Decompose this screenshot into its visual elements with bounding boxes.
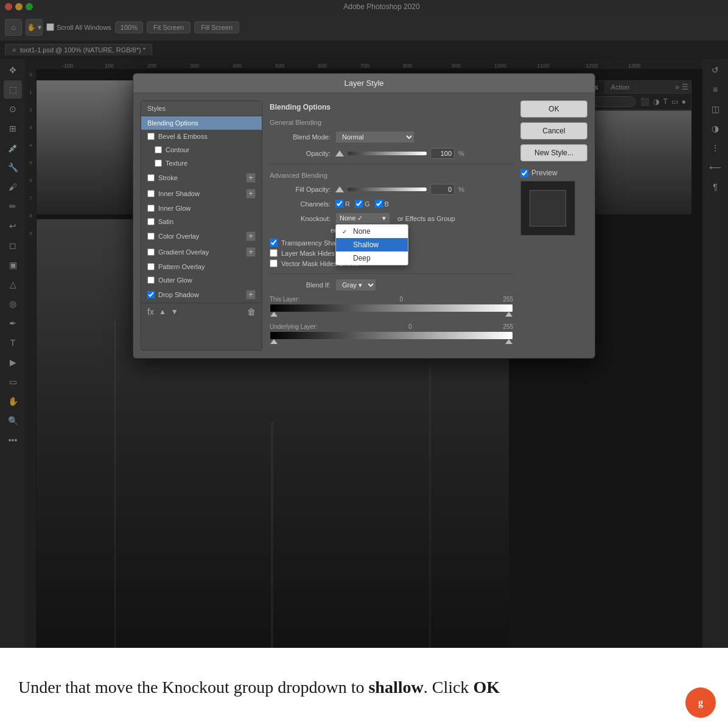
stroke-checkbox[interactable] xyxy=(147,174,155,181)
instruction-part1: Under that move the Knockout group dropd… xyxy=(18,678,368,697)
style-bevel-emboss-label: Bevel & Emboss xyxy=(158,133,256,140)
knockout-dropdown[interactable]: None ✓ ▾ ✓ None xyxy=(335,212,390,224)
style-item-blending-options[interactable]: Blending Options xyxy=(141,116,262,130)
style-item-inner-shadow[interactable]: Inner Shadow + xyxy=(141,186,262,202)
style-item-pattern-overlay[interactable]: Pattern Overlay xyxy=(141,260,262,273)
blend-if-select[interactable]: Gray ▾ xyxy=(335,279,376,291)
delete-style-icon[interactable]: 🗑 xyxy=(247,307,256,317)
style-item-gradient-overlay[interactable]: Gradient Overlay + xyxy=(141,244,262,260)
fill-opacity-label: Fill Opacity: xyxy=(270,186,331,193)
style-gradient-overlay-label: Gradient Overlay xyxy=(158,248,242,256)
color-overlay-plus-button[interactable]: + xyxy=(246,231,256,241)
ok-button[interactable]: OK xyxy=(520,100,587,118)
underlying-left-thumb[interactable] xyxy=(270,339,278,344)
style-drop-shadow-label: Drop Shadow xyxy=(158,291,242,298)
preview-checkbox-label[interactable]: Preview xyxy=(520,169,558,177)
color-overlay-checkbox[interactable] xyxy=(147,233,155,240)
bevel-emboss-checkbox[interactable] xyxy=(147,133,155,140)
opacity-slider-thumb[interactable] xyxy=(335,150,344,156)
fill-opacity-row: Fill Opacity: % xyxy=(270,184,513,195)
underlying-max: 255 xyxy=(503,323,513,330)
underlying-layer-gradient-bar[interactable] xyxy=(270,331,513,340)
style-item-satin[interactable]: Satin xyxy=(141,215,262,228)
dialog-body: Styles Blending Options Bevel & Emboss C… xyxy=(133,93,595,358)
modal-overlay: Layer Style Styles Blending Options Beve… xyxy=(0,0,728,727)
satin-checkbox[interactable] xyxy=(147,218,155,225)
drop-shadow-plus-button[interactable]: + xyxy=(246,290,256,300)
channel-g-checkbox[interactable] xyxy=(355,200,363,208)
this-layer-right-thumb[interactable] xyxy=(505,312,513,317)
fill-opacity-track[interactable] xyxy=(348,188,427,191)
outer-glow-checkbox[interactable] xyxy=(147,276,155,284)
blend-mode-select[interactable]: Normal xyxy=(335,131,415,143)
inner-shadow-checkbox[interactable] xyxy=(147,190,155,197)
preview-label: Preview xyxy=(531,169,558,177)
this-layer-gradient-bar[interactable] xyxy=(270,304,513,312)
move-up-icon[interactable]: ▲ xyxy=(159,307,166,316)
layer-mask-hides-checkbox[interactable] xyxy=(270,249,278,257)
underlying-layer-label-row: Underlying Layer: 0 255 xyxy=(270,323,513,330)
style-item-color-overlay[interactable]: Color Overlay + xyxy=(141,228,262,244)
cancel-button[interactable]: Cancel xyxy=(520,122,587,139)
this-layer-left-thumb[interactable] xyxy=(270,312,278,317)
inner-glow-checkbox[interactable] xyxy=(147,205,155,212)
fill-opacity-unit: % xyxy=(458,186,464,193)
move-down-icon[interactable]: ▼ xyxy=(171,307,178,316)
blend-if-row: Blend If: Gray ▾ xyxy=(270,279,513,291)
preview-checkbox[interactable] xyxy=(520,169,528,177)
knockout-current-value[interactable]: None ✓ ▾ xyxy=(335,212,390,224)
style-pattern-overlay-label: Pattern Overlay xyxy=(158,263,256,270)
knockout-none-option[interactable]: ✓ None xyxy=(336,225,408,238)
fill-opacity-value-input[interactable] xyxy=(430,184,455,195)
underlying-right-thumb[interactable] xyxy=(505,339,513,344)
buttons-panel: OK Cancel New Style... Preview xyxy=(520,100,587,351)
pattern-overlay-checkbox[interactable] xyxy=(147,263,155,270)
preview-inner xyxy=(530,190,566,227)
new-style-button[interactable]: New Style... xyxy=(520,144,587,161)
style-item-drop-shadow[interactable]: Drop Shadow + xyxy=(141,287,262,303)
knockout-row: Knockout: None ✓ ▾ ✓ None xyxy=(270,212,513,224)
channel-r-checkbox[interactable] xyxy=(335,200,343,208)
gradient-overlay-plus-button[interactable]: + xyxy=(246,247,256,257)
style-satin-label: Satin xyxy=(158,218,256,225)
channels-label: Channels: xyxy=(270,200,331,208)
contour-checkbox[interactable] xyxy=(155,146,162,153)
channel-r-label[interactable]: R xyxy=(335,200,350,208)
advanced-blending-section: Advanced Blending Fill Opacity: % xyxy=(270,164,513,267)
section-header-blending: Blending Options xyxy=(270,100,513,116)
style-contour-label: Contour xyxy=(166,146,256,153)
style-item-texture[interactable]: Texture xyxy=(141,156,262,170)
fx-icon-bottom[interactable]: fx xyxy=(147,307,154,317)
vector-mask-hides-checkbox[interactable] xyxy=(270,259,278,267)
style-item-contour[interactable]: Contour xyxy=(141,143,262,156)
knockout-menu[interactable]: ✓ None Shallow Deep xyxy=(335,224,408,265)
opacity-track[interactable] xyxy=(348,152,427,155)
drop-shadow-checkbox[interactable] xyxy=(147,291,155,298)
knockout-label: Knockout: xyxy=(270,215,331,222)
style-color-overlay-label: Color Overlay xyxy=(158,233,242,240)
style-item-inner-glow[interactable]: Inner Glow xyxy=(141,202,262,215)
channel-b-label[interactable]: B xyxy=(375,200,389,208)
style-item-outer-glow[interactable]: Outer Glow xyxy=(141,273,262,287)
style-item-stroke[interactable]: Stroke + xyxy=(141,170,262,186)
opacity-label: Opacity: xyxy=(270,150,331,157)
fill-opacity-thumb[interactable] xyxy=(335,186,344,192)
knockout-shallow-option[interactable]: Shallow xyxy=(336,238,408,251)
this-layer-gradient-bar-container xyxy=(270,304,513,320)
blend-if-label: Blend If: xyxy=(270,281,331,289)
knockout-shallow-label: Shallow xyxy=(353,241,379,249)
gradient-overlay-checkbox[interactable] xyxy=(147,248,155,256)
inner-shadow-plus-button[interactable]: + xyxy=(246,189,256,198)
preview-thumbnail xyxy=(520,181,575,236)
transparency-shapes-checkbox[interactable] xyxy=(270,239,278,247)
channel-b-checkbox[interactable] xyxy=(375,200,383,208)
style-item-bevel-emboss[interactable]: Bevel & Emboss xyxy=(141,130,262,143)
knockout-deep-label: Deep xyxy=(353,254,371,262)
knockout-deep-option[interactable]: Deep xyxy=(336,251,408,265)
texture-checkbox[interactable] xyxy=(155,160,162,167)
opacity-value-input[interactable] xyxy=(430,148,455,159)
dialog-title: Layer Style xyxy=(133,74,595,93)
instruction-part2: . Click xyxy=(424,678,474,697)
stroke-plus-button[interactable]: + xyxy=(246,173,256,183)
channel-g-label[interactable]: G xyxy=(355,200,370,208)
